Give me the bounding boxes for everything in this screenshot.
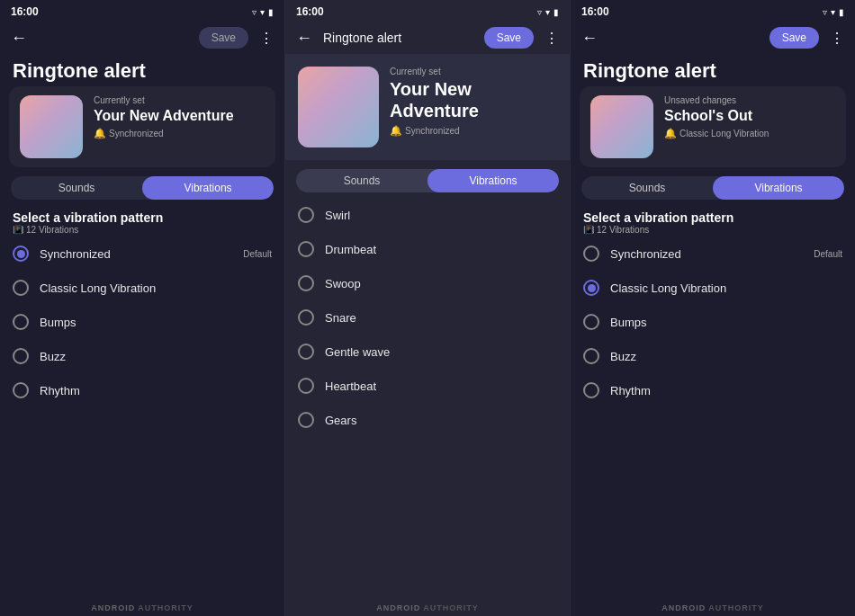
vibration-list: SynchronizedDefaultClassic Long Vibratio…	[571, 237, 855, 616]
album-info: Unsaved changesSchool's Out🔔Classic Long…	[664, 95, 769, 139]
watermark: ANDROID AUTHORITY	[91, 603, 194, 612]
radio-button[interactable]	[298, 412, 314, 428]
tab-bar: SoundsVibrations	[11, 176, 274, 200]
save-button[interactable]: Save	[199, 27, 248, 49]
status-bar: 16:00 ▿ ▾ ▮	[571, 0, 855, 22]
section-title: Select a vibration pattern	[583, 210, 842, 225]
tab-sounds[interactable]: Sounds	[581, 176, 713, 200]
vibration-name: Drumbeat	[325, 243, 376, 256]
vibration-name: Rhythm	[40, 384, 80, 397]
vibration-name: Snare	[325, 311, 356, 325]
list-item[interactable]: Rhythm	[571, 373, 855, 407]
vibration-icon: 📳	[583, 225, 594, 235]
radio-button[interactable]	[13, 382, 29, 398]
radio-button[interactable]	[298, 275, 314, 291]
list-item[interactable]: Heartbeat	[285, 369, 570, 403]
list-item[interactable]: Bumps	[571, 305, 855, 339]
radio-button[interactable]	[298, 378, 314, 394]
vibration-name: Buzz	[40, 350, 66, 363]
list-item[interactable]: Buzz	[0, 339, 284, 373]
phone-panel-right: 16:00 ▿ ▾ ▮ ←Save⋮Ringtone alertUnsaved …	[571, 0, 855, 616]
wifi-icon: ▿	[823, 7, 827, 17]
radio-button[interactable]	[13, 280, 29, 296]
more-button[interactable]: ⋮	[826, 26, 848, 50]
song-title: Your New Adventure	[390, 78, 557, 121]
vibration-name: Gentle wave	[325, 345, 390, 359]
signal-icon: ▾	[545, 7, 550, 17]
status-icons: ▿ ▾ ▮	[252, 7, 274, 17]
sync-icon: 🔔	[94, 128, 106, 139]
vibration-name: Heartbeat	[325, 379, 376, 393]
list-item[interactable]: SynchronizedDefault	[571, 237, 855, 271]
page-title-text: Ringtone alert	[13, 59, 146, 82]
vibration-list: SynchronizedDefaultClassic Long Vibratio…	[0, 237, 284, 616]
list-item[interactable]: Buzz	[571, 339, 855, 373]
status-icons: ▿ ▾ ▮	[537, 7, 559, 17]
radio-button[interactable]	[583, 382, 599, 398]
sync-icon: 🔔	[664, 128, 677, 139]
save-button[interactable]: Save	[770, 27, 819, 49]
vibration-name: Synchronized	[610, 247, 681, 261]
radio-button[interactable]	[298, 309, 314, 326]
back-button[interactable]: ←	[292, 26, 316, 49]
phone-panel-middle: 16:00 ▿ ▾ ▮ ←Ringtone alertSave⋮Currentl…	[285, 0, 571, 616]
status-bar: 16:00 ▿ ▾ ▮	[0, 0, 284, 22]
radio-button[interactable]	[298, 241, 314, 257]
tab-vibrations[interactable]: Vibrations	[713, 176, 844, 200]
more-button[interactable]: ⋮	[541, 26, 562, 50]
radio-button[interactable]	[583, 348, 599, 364]
vibration-name: Synchronized	[40, 247, 111, 261]
currently-set-label: Currently set	[390, 67, 557, 76]
radio-button[interactable]	[298, 344, 314, 360]
more-button[interactable]: ⋮	[256, 26, 277, 50]
vibration-name: Classic Long Vibration	[40, 281, 156, 295]
radio-button[interactable]	[13, 246, 29, 262]
radio-button[interactable]	[13, 314, 29, 330]
back-button[interactable]: ←	[7, 26, 31, 49]
sync-label: 🔔Synchronized	[94, 128, 234, 139]
radio-inner-dot	[17, 250, 25, 258]
album-section: Currently setYour New Adventure🔔Synchron…	[285, 54, 570, 160]
list-item[interactable]: Classic Long Vibration	[571, 271, 855, 305]
page-title: Ringtone alert	[0, 54, 284, 86]
radio-button[interactable]	[298, 207, 314, 223]
album-art	[590, 95, 653, 158]
list-item[interactable]: Snare	[285, 300, 570, 335]
song-title: Your New Adventure	[94, 107, 234, 124]
tab-sounds[interactable]: Sounds	[296, 169, 428, 192]
back-button[interactable]: ←	[578, 26, 601, 49]
vibration-name: Buzz	[610, 350, 636, 363]
list-item[interactable]: SynchronizedDefault	[0, 237, 284, 271]
radio-button[interactable]	[583, 246, 599, 262]
vibration-list: SwirlDrumbeatSwoopSnareGentle waveHeartb…	[285, 198, 570, 616]
save-button[interactable]: Save	[484, 27, 534, 49]
sync-text: Classic Long Vibration	[680, 129, 769, 138]
radio-button[interactable]	[583, 314, 599, 330]
vibration-icon: 📳	[13, 225, 23, 235]
song-title: School's Out	[664, 107, 769, 124]
list-item[interactable]: Rhythm	[0, 373, 284, 407]
sync-label: 🔔Classic Long Vibration	[664, 128, 769, 139]
radio-button[interactable]	[583, 280, 599, 296]
status-icons: ▿ ▾ ▮	[823, 7, 844, 17]
list-item[interactable]: Bumps	[0, 305, 284, 339]
tab-vibrations[interactable]: Vibrations	[142, 176, 274, 200]
list-item[interactable]: Drumbeat	[285, 232, 570, 266]
tab-vibrations[interactable]: Vibrations	[428, 169, 559, 192]
watermark-authority: AUTHORITY	[423, 603, 479, 612]
wifi-icon: ▿	[252, 7, 256, 17]
vibration-name: Gears	[325, 414, 356, 427]
watermark-text: ANDROID	[91, 603, 135, 612]
sync-label: 🔔Synchronized	[390, 125, 557, 137]
status-time: 16:00	[581, 5, 609, 18]
list-item[interactable]: Classic Long Vibration	[0, 271, 284, 305]
sync-text: Synchronized	[109, 129, 164, 138]
section-subtitle: 📳 12 Vibrations	[13, 225, 272, 235]
tab-sounds[interactable]: Sounds	[11, 176, 142, 200]
status-bar: 16:00 ▿ ▾ ▮	[285, 0, 570, 22]
list-item[interactable]: Swoop	[285, 266, 570, 300]
list-item[interactable]: Gentle wave	[285, 335, 570, 369]
list-item[interactable]: Gears	[285, 403, 570, 437]
radio-button[interactable]	[13, 348, 29, 364]
list-item[interactable]: Swirl	[285, 198, 570, 232]
